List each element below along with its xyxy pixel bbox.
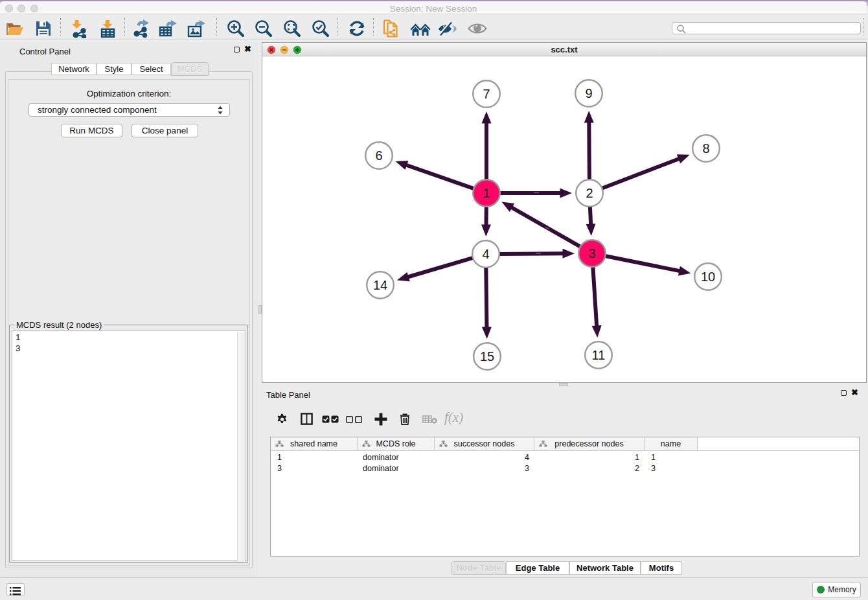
svg-text:2: 2	[586, 186, 593, 200]
svg-text:1: 1	[483, 186, 490, 200]
svg-text:11: 11	[592, 348, 606, 362]
svg-text:3: 3	[588, 246, 595, 260]
svg-text:4: 4	[482, 247, 489, 261]
svg-text:9: 9	[585, 86, 592, 100]
svg-text:7: 7	[483, 87, 490, 101]
svg-text:15: 15	[480, 349, 494, 363]
svg-text:10: 10	[701, 270, 715, 284]
svg-text:14: 14	[373, 278, 387, 292]
svg-text:8: 8	[702, 141, 709, 156]
svg-text:6: 6	[375, 148, 382, 163]
